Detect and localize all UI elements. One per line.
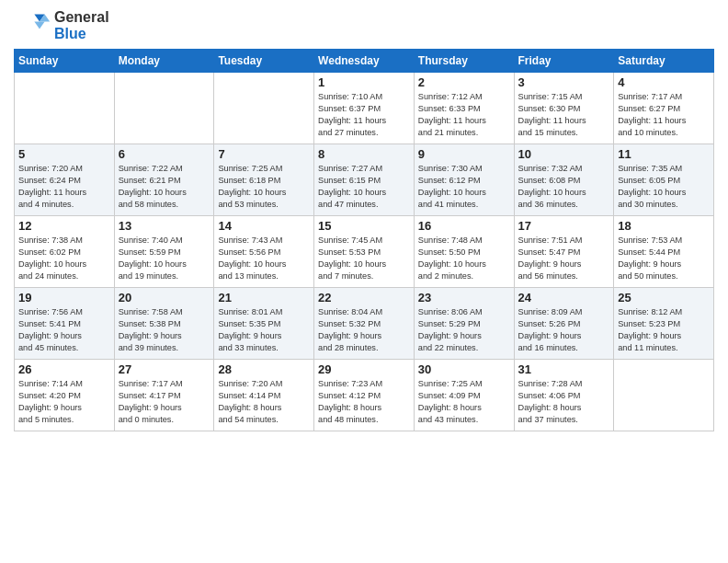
day-cell: 25Sunrise: 8:12 AMSunset: 5:23 PMDayligh… xyxy=(614,288,714,360)
day-number: 23 xyxy=(418,291,510,304)
header-day-tuesday: Tuesday xyxy=(214,50,314,73)
day-cell: 23Sunrise: 8:06 AMSunset: 5:29 PMDayligh… xyxy=(414,288,514,360)
day-info: Sunrise: 7:17 AMSunset: 4:17 PMDaylight:… xyxy=(119,378,210,426)
day-number: 4 xyxy=(618,75,710,89)
day-number: 21 xyxy=(218,291,310,304)
day-number: 17 xyxy=(518,219,610,233)
day-info: Sunrise: 7:51 AMSunset: 5:47 PMDaylight:… xyxy=(518,235,610,282)
day-cell: 1Sunrise: 7:10 AMSunset: 6:37 PMDaylight… xyxy=(314,73,415,144)
day-number: 25 xyxy=(618,291,710,304)
day-cell: 22Sunrise: 8:04 AMSunset: 5:32 PMDayligh… xyxy=(314,288,415,360)
day-cell: 19Sunrise: 7:56 AMSunset: 5:41 PMDayligh… xyxy=(15,288,115,360)
day-cell: 14Sunrise: 7:43 AMSunset: 5:56 PMDayligh… xyxy=(214,216,314,288)
logo-graphic xyxy=(14,12,51,40)
day-number: 8 xyxy=(318,147,410,161)
day-info: Sunrise: 7:35 AMSunset: 6:05 PMDaylight:… xyxy=(618,163,710,211)
day-cell: 21Sunrise: 8:01 AMSunset: 5:35 PMDayligh… xyxy=(214,288,314,360)
day-number: 9 xyxy=(418,147,510,161)
day-number: 31 xyxy=(518,362,610,376)
day-cell: 6Sunrise: 7:22 AMSunset: 6:21 PMDaylight… xyxy=(114,144,214,216)
day-info: Sunrise: 7:32 AMSunset: 6:08 PMDaylight:… xyxy=(518,163,610,211)
svg-marker-2 xyxy=(34,21,44,29)
day-info: Sunrise: 7:22 AMSunset: 6:21 PMDaylight:… xyxy=(119,163,210,211)
day-cell: 5Sunrise: 7:20 AMSunset: 6:24 PMDaylight… xyxy=(15,144,115,216)
day-cell: 7Sunrise: 7:25 AMSunset: 6:18 PMDaylight… xyxy=(214,144,314,216)
day-number: 3 xyxy=(518,75,610,89)
day-number: 27 xyxy=(119,362,210,376)
day-info: Sunrise: 7:17 AMSunset: 6:27 PMDaylight:… xyxy=(618,91,710,139)
day-cell: 11Sunrise: 7:35 AMSunset: 6:05 PMDayligh… xyxy=(614,144,714,216)
day-number: 10 xyxy=(518,147,610,161)
day-info: Sunrise: 7:12 AMSunset: 6:33 PMDaylight:… xyxy=(418,91,510,139)
week-row-5: 26Sunrise: 7:14 AMSunset: 4:20 PMDayligh… xyxy=(15,360,714,431)
week-row-1: 1Sunrise: 7:10 AMSunset: 6:37 PMDaylight… xyxy=(15,73,714,144)
week-row-2: 5Sunrise: 7:20 AMSunset: 6:24 PMDaylight… xyxy=(15,144,714,216)
page-container: General Blue SundayMondayTuesdayWednesda… xyxy=(0,0,728,439)
day-info: Sunrise: 7:40 AMSunset: 5:59 PMDaylight:… xyxy=(119,235,210,282)
day-cell xyxy=(614,360,714,431)
day-info: Sunrise: 7:53 AMSunset: 5:44 PMDaylight:… xyxy=(618,235,710,282)
day-info: Sunrise: 7:14 AMSunset: 4:20 PMDaylight:… xyxy=(18,378,110,426)
day-info: Sunrise: 7:48 AMSunset: 5:50 PMDaylight:… xyxy=(418,235,510,282)
day-number: 26 xyxy=(18,362,110,376)
day-number: 29 xyxy=(318,362,410,376)
day-info: Sunrise: 7:23 AMSunset: 4:12 PMDaylight:… xyxy=(318,378,410,426)
day-number: 13 xyxy=(119,219,210,233)
day-number: 19 xyxy=(18,291,110,304)
day-cell: 10Sunrise: 7:32 AMSunset: 6:08 PMDayligh… xyxy=(514,144,614,216)
day-info: Sunrise: 7:28 AMSunset: 4:06 PMDaylight:… xyxy=(518,378,610,426)
day-number: 28 xyxy=(218,362,310,376)
logo-blue: Blue xyxy=(54,26,109,42)
week-row-4: 19Sunrise: 7:56 AMSunset: 5:41 PMDayligh… xyxy=(15,288,714,360)
day-info: Sunrise: 7:25 AMSunset: 6:18 PMDaylight:… xyxy=(218,163,310,211)
day-cell xyxy=(114,73,214,144)
header-day-saturday: Saturday xyxy=(614,50,714,73)
day-info: Sunrise: 7:30 AMSunset: 6:12 PMDaylight:… xyxy=(418,163,510,211)
day-info: Sunrise: 7:20 AMSunset: 4:14 PMDaylight:… xyxy=(218,378,310,426)
day-cell: 26Sunrise: 7:14 AMSunset: 4:20 PMDayligh… xyxy=(15,360,115,431)
day-cell xyxy=(15,73,115,144)
day-cell: 30Sunrise: 7:25 AMSunset: 4:09 PMDayligh… xyxy=(414,360,514,431)
day-number: 6 xyxy=(119,147,210,161)
week-row-3: 12Sunrise: 7:38 AMSunset: 6:02 PMDayligh… xyxy=(15,216,714,288)
day-number: 22 xyxy=(318,291,410,304)
day-info: Sunrise: 8:01 AMSunset: 5:35 PMDaylight:… xyxy=(218,306,310,354)
day-info: Sunrise: 7:15 AMSunset: 6:30 PMDaylight:… xyxy=(518,91,610,139)
logo-general: General xyxy=(54,9,109,26)
header-day-wednesday: Wednesday xyxy=(314,50,415,73)
day-cell: 3Sunrise: 7:15 AMSunset: 6:30 PMDaylight… xyxy=(514,73,614,144)
day-number: 15 xyxy=(318,219,410,233)
day-cell: 17Sunrise: 7:51 AMSunset: 5:47 PMDayligh… xyxy=(514,216,614,288)
day-cell: 24Sunrise: 8:09 AMSunset: 5:26 PMDayligh… xyxy=(514,288,614,360)
day-info: Sunrise: 8:12 AMSunset: 5:23 PMDaylight:… xyxy=(618,306,710,354)
day-cell: 13Sunrise: 7:40 AMSunset: 5:59 PMDayligh… xyxy=(114,216,214,288)
day-info: Sunrise: 7:56 AMSunset: 5:41 PMDaylight:… xyxy=(18,306,110,354)
day-cell: 18Sunrise: 7:53 AMSunset: 5:44 PMDayligh… xyxy=(614,216,714,288)
day-number: 14 xyxy=(218,219,310,233)
day-number: 1 xyxy=(318,75,410,89)
day-cell: 20Sunrise: 7:58 AMSunset: 5:38 PMDayligh… xyxy=(114,288,214,360)
day-info: Sunrise: 7:58 AMSunset: 5:38 PMDaylight:… xyxy=(119,306,210,354)
header: General Blue xyxy=(14,9,714,41)
day-info: Sunrise: 7:20 AMSunset: 6:24 PMDaylight:… xyxy=(18,163,110,211)
day-cell: 31Sunrise: 7:28 AMSunset: 4:06 PMDayligh… xyxy=(514,360,614,431)
day-cell: 8Sunrise: 7:27 AMSunset: 6:15 PMDaylight… xyxy=(314,144,415,216)
header-day-monday: Monday xyxy=(114,50,214,73)
header-day-friday: Friday xyxy=(514,50,614,73)
day-info: Sunrise: 8:06 AMSunset: 5:29 PMDaylight:… xyxy=(418,306,510,354)
day-cell: 16Sunrise: 7:48 AMSunset: 5:50 PMDayligh… xyxy=(414,216,514,288)
day-number: 5 xyxy=(18,147,110,161)
day-number: 12 xyxy=(18,219,110,233)
day-cell xyxy=(214,73,314,144)
day-number: 30 xyxy=(418,362,510,376)
day-number: 24 xyxy=(518,291,610,304)
day-number: 2 xyxy=(418,75,510,89)
day-info: Sunrise: 7:10 AMSunset: 6:37 PMDaylight:… xyxy=(318,91,410,139)
day-info: Sunrise: 8:09 AMSunset: 5:26 PMDaylight:… xyxy=(518,306,610,354)
day-cell: 27Sunrise: 7:17 AMSunset: 4:17 PMDayligh… xyxy=(114,360,214,431)
day-cell: 4Sunrise: 7:17 AMSunset: 6:27 PMDaylight… xyxy=(614,73,714,144)
header-day-thursday: Thursday xyxy=(414,50,514,73)
logo: General Blue xyxy=(14,9,109,41)
day-number: 7 xyxy=(218,147,310,161)
day-number: 11 xyxy=(618,147,710,161)
